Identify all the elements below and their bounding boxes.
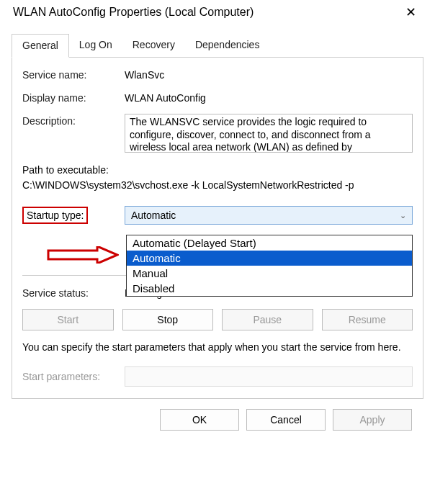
service-name-label: Service name: [22,68,125,81]
pause-button: Pause [222,309,313,330]
apply-button: Apply [333,409,412,431]
dropdown-option-manual[interactable]: Manual [127,266,412,281]
start-parameters-label: Start parameters: [22,371,125,382]
startup-type-combo[interactable]: Automatic ⌄ [125,206,413,225]
close-icon[interactable]: ✕ [396,6,425,19]
service-status-label: Service status: [22,286,125,299]
dropdown-option-automatic[interactable]: Automatic [127,251,412,266]
dropdown-option-delayed[interactable]: Automatic (Delayed Start) [127,235,412,251]
tab-bar: General Log On Recovery Dependencies [12,33,423,58]
path-value: C:\WINDOWS\system32\svchost.exe -k Local… [22,178,413,193]
service-name-value: WlanSvc [125,68,164,81]
startup-type-selected: Automatic [131,210,176,221]
resume-button: Resume [322,309,413,330]
start-button: Start [22,309,114,330]
display-name-value: WLAN AutoConfig [125,91,206,104]
dropdown-option-disabled[interactable]: Disabled [127,281,412,296]
path-label: Path to executable: [22,163,413,178]
tab-dependencies[interactable]: Dependencies [185,34,270,58]
ok-button[interactable]: OK [160,409,239,431]
startup-type-label: Startup type: [22,207,88,224]
start-parameters-input [125,366,413,387]
stop-button[interactable]: Stop [122,309,214,330]
parameters-hint: You can specify the start parameters tha… [22,341,413,355]
description-text[interactable]: The WLANSVC service provides the logic r… [125,114,413,153]
tab-logon[interactable]: Log On [69,34,122,58]
tab-general[interactable]: General [12,34,69,58]
chevron-down-icon: ⌄ [400,211,406,220]
window-title: WLAN AutoConfig Properties (Local Comput… [13,6,254,19]
general-panel: Service name: WlanSvc Display name: WLAN… [12,58,423,399]
annotation-arrow-icon [47,246,119,264]
display-name-label: Display name: [22,91,125,104]
tab-recovery[interactable]: Recovery [122,34,185,58]
startup-type-dropdown[interactable]: Automatic (Delayed Start) Automatic Manu… [126,235,413,297]
cancel-button[interactable]: Cancel [246,409,326,431]
description-label: Description: [22,114,125,127]
